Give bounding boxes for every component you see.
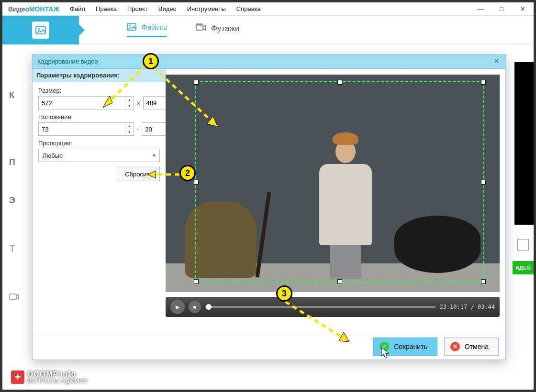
sidebar-item-text[interactable]: T: [2, 220, 31, 277]
cancel-button[interactable]: ✕ Отмена: [444, 338, 499, 356]
image-icon: [127, 23, 136, 33]
svg-point-1: [38, 28, 40, 30]
top-tabs: Файлы Футажи: [2, 16, 534, 44]
crop-handle[interactable]: [481, 180, 486, 185]
preview-strip: [514, 62, 534, 225]
chevron-up-icon[interactable]: ▲: [125, 97, 134, 103]
right-strip: ИДЕО: [513, 48, 534, 390]
camera-icon: [196, 23, 206, 33]
crop-handle[interactable]: [337, 279, 342, 284]
crop-handle[interactable]: [337, 80, 342, 85]
pos-x-input[interactable]: [39, 123, 125, 135]
sidebar-item-camera[interactable]: [2, 277, 31, 316]
dialog-titlebar: Кадрирование видео ✕: [33, 54, 505, 69]
app-brand: ВидеоМОНТАЖ: [8, 5, 59, 13]
plus-icon: +: [11, 370, 24, 384]
tab-files[interactable]: Файлы: [127, 23, 167, 37]
chevron-down-icon[interactable]: ▼: [125, 103, 134, 109]
svg-rect-4: [196, 25, 203, 30]
cancel-icon: ✕: [450, 342, 460, 351]
image-icon: [32, 22, 49, 39]
step-marker: 3: [276, 285, 292, 302]
mode-tab-media[interactable]: [2, 16, 79, 44]
tab-label: Файлы: [141, 23, 167, 33]
crop-handle[interactable]: [194, 80, 199, 85]
width-input[interactable]: [39, 97, 125, 109]
crop-handle[interactable]: [194, 279, 199, 284]
menu-video[interactable]: Видео: [158, 5, 177, 12]
aspect-value: Любые: [43, 152, 63, 159]
separator: -: [137, 126, 139, 133]
preview-area: ▶ ■ 23:10:17 / 03:44: [166, 69, 505, 333]
camera-icon: [9, 293, 20, 300]
chevron-down-icon: ▼: [152, 153, 156, 158]
reset-button[interactable]: Сбросить: [118, 167, 160, 181]
size-label: Размер:: [38, 87, 160, 94]
tab-footage[interactable]: Футажи: [196, 23, 239, 36]
chevron-down-icon[interactable]: ▼: [125, 129, 134, 135]
pos-x-stepper[interactable]: ▲▼: [38, 122, 134, 136]
menubar: ВидеоМОНТАЖ Файл Правка Проект Видео Инс…: [2, 2, 534, 16]
sidebar-item[interactable]: К: [2, 48, 31, 143]
dialog-title: Кадрирование видео: [37, 58, 98, 65]
tab-label: Футажи: [211, 24, 239, 33]
seek-slider[interactable]: [205, 306, 436, 308]
crop-settings-panel: Параметры кадрирования: Размер: ▲▼ x ▲▼ …: [33, 69, 166, 333]
seek-thumb[interactable]: [206, 304, 212, 310]
watermark: + OCOMP.info ВОПРОСЫ АДМИНУ: [11, 370, 88, 384]
crop-handle[interactable]: [194, 180, 199, 185]
position-label: Положение:: [38, 113, 160, 120]
crop-handle[interactable]: [481, 279, 486, 284]
crop-dialog: Кадрирование видео ✕ Параметры кадрирова…: [32, 54, 506, 360]
video-badge[interactable]: ИДЕО: [513, 261, 534, 274]
time-display: 23:10:17 / 03:44: [439, 304, 495, 310]
crop-rectangle[interactable]: [195, 81, 484, 283]
separator: x: [137, 99, 140, 107]
step-marker: 2: [179, 165, 196, 181]
fullscreen-icon[interactable]: [517, 239, 529, 250]
menu-tools[interactable]: Инструменты: [187, 5, 226, 12]
mini-player: ▶ ■ 23:10:17 / 03:44: [166, 297, 500, 317]
menu-edit[interactable]: Правка: [96, 5, 117, 12]
sidebar-item[interactable]: Э: [2, 182, 31, 220]
panel-header: Параметры кадрирования:: [33, 69, 166, 82]
aspect-select[interactable]: Любые ▼: [38, 149, 160, 162]
aspect-label: Пропорции:: [38, 140, 160, 147]
watermark-sub: ВОПРОСЫ АДМИНУ: [27, 377, 88, 384]
svg-point-3: [129, 24, 131, 26]
sidebar-item[interactable]: П: [2, 143, 31, 182]
svg-rect-7: [10, 294, 16, 299]
stop-button[interactable]: ■: [189, 301, 201, 313]
chevron-up-icon[interactable]: ▲: [125, 123, 134, 129]
width-stepper[interactable]: ▲▼: [38, 96, 134, 109]
dialog-footer: ✓ Сохранить ✕ Отмена: [33, 333, 505, 359]
min-button[interactable]: —: [475, 5, 486, 12]
crop-handle[interactable]: [481, 80, 486, 85]
menu-project[interactable]: Проект: [127, 5, 148, 12]
play-button[interactable]: ▶: [170, 300, 185, 314]
left-sidebar: К П Э T: [2, 48, 31, 316]
menu-help[interactable]: Справка: [236, 5, 261, 12]
menu-file[interactable]: Файл: [70, 5, 85, 12]
video-frame[interactable]: [166, 75, 500, 292]
max-button[interactable]: □: [496, 5, 507, 12]
step-marker: 1: [143, 53, 159, 69]
close-button[interactable]: ✕: [517, 5, 528, 12]
cursor-icon: [380, 347, 390, 359]
close-icon[interactable]: ✕: [492, 57, 501, 66]
